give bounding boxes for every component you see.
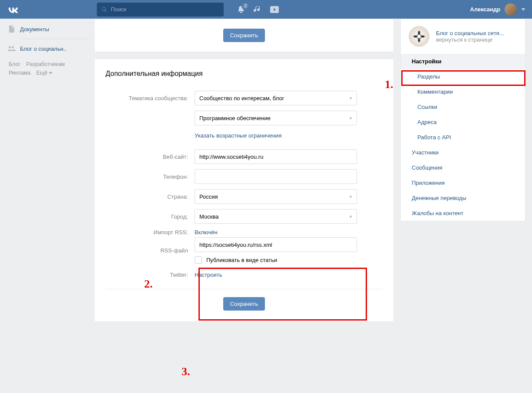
chevron-down-icon: ▾ [350,115,352,121]
nav-item-sections[interactable]: Разделы [401,69,525,84]
footer-link-blog[interactable]: Блог [9,61,20,67]
nav-item-money[interactable]: Денежные переводы [401,190,525,206]
sidebar-item-label: Блог о социальн.. [20,46,66,52]
select-topic2[interactable]: Программное обеспечение ▾ [195,111,357,125]
video-icon [270,6,279,13]
select-value: Россия [199,193,218,200]
music-icon [253,5,262,14]
select-country[interactable]: Россия ▾ [195,189,357,204]
right-sidebar: Блог о социальных сетя... вернуться к ст… [400,19,525,328]
music-button[interactable] [253,5,262,14]
phone-input[interactable] [195,169,357,184]
chevron-down-icon: ▾ [350,214,352,219]
footer-link-more[interactable]: Ещё [36,69,53,77]
age-restriction-link[interactable]: Указать возрастные ограничения [195,132,281,139]
select-value: Программное обеспечение [199,115,271,121]
chevron-down-icon: ▾ [350,95,352,101]
nav-item-messages[interactable]: Сообщения [401,160,525,175]
rss-file-input[interactable] [195,237,357,252]
settings-card: Дополнительная информация Тематика сообщ… [94,59,394,322]
save-button-top[interactable]: Сохранить [223,29,265,42]
nav-item-complaints[interactable]: Жалобы на контент [401,206,525,221]
search-box[interactable] [97,3,224,16]
nav-item-settings[interactable]: Настройки [401,54,525,69]
annotation-label-3: 3. [182,365,190,378]
label-country: Страна: [106,193,195,200]
main-column: Сохранить Дополнительная информация Тема… [94,19,394,328]
community-header[interactable]: Блог о социальных сетя... вернуться к ст… [401,19,525,54]
video-button[interactable] [270,6,279,13]
avatar [505,3,517,16]
save-card-top: Сохранить [94,19,394,52]
divider [106,289,383,289]
select-topic1[interactable]: Сообщество по интересам, блог ▾ [195,91,357,105]
sidebar-item-documents[interactable]: Документы [4,22,94,36]
notification-badge: 2 [241,2,249,10]
rss-enabled-link[interactable]: Включён [195,229,218,236]
select-value: Москва [199,213,218,220]
twitter-config-link[interactable]: Настроить [195,272,222,278]
website-input[interactable] [195,149,357,164]
chevron-down-icon [521,8,525,11]
vk-logo-icon[interactable] [7,6,19,13]
community-logo-icon [409,26,430,47]
settings-nav: Настройки Разделы Комментарии Ссылки Адр… [401,54,525,221]
notifications-button[interactable]: 2 [237,5,245,14]
nav-item-addresses[interactable]: Адреса [401,115,525,130]
sidebar-item-label: Документы [20,26,49,33]
select-value: Сообщество по интересам, блог [199,95,284,102]
label-phone: Телефон: [106,174,195,180]
label-website: Веб-сайт: [106,154,195,160]
search-icon [101,7,107,13]
sidebar-item-blog[interactable]: Блог о социальн.. [4,42,94,56]
label-rss-import: Импорт RSS: [106,229,195,236]
section-title: Дополнительная информация [106,70,383,78]
label-topic: Тематика сообщества: [106,95,195,102]
chevron-down-icon: ▾ [350,194,352,200]
community-subtitle: вернуться к странице [436,36,504,43]
footer-link-devs[interactable]: Разработчикам [26,61,65,67]
publish-article-checkbox[interactable] [195,256,202,264]
footer-links: Блог Разработчикам Реклама Ещё [4,56,94,77]
nav-item-comments[interactable]: Комментарии [401,84,525,99]
nav-item-apps[interactable]: Приложения [401,175,525,190]
search-input[interactable] [111,6,219,13]
nav-item-links[interactable]: Ссылки [401,99,525,115]
footer-link-ads[interactable]: Реклама [9,70,30,76]
label-twitter: Twitter: [106,272,195,278]
divider [21,39,88,39]
select-city[interactable]: Москва ▾ [195,209,357,224]
community-title: Блог о социальных сетя... [436,30,504,36]
user-menu[interactable]: Александр [470,3,525,16]
nav-item-api[interactable]: Работа с API [401,130,525,145]
chevron-down-icon [49,72,53,74]
publish-article-label: Публиковать в виде статьи [206,257,277,263]
left-sidebar: Документы Блог о социальн.. Блог Разрабо… [0,19,94,328]
label-city: Город: [106,213,195,220]
document-icon [7,25,16,33]
nav-item-members[interactable]: Участники [401,145,525,160]
label-rss-file: RSS-файл [106,247,195,254]
topbar: 2 Александр [0,0,532,19]
people-icon [7,44,16,53]
user-name: Александр [470,6,500,13]
save-button-bottom[interactable]: Сохранить [223,297,265,311]
